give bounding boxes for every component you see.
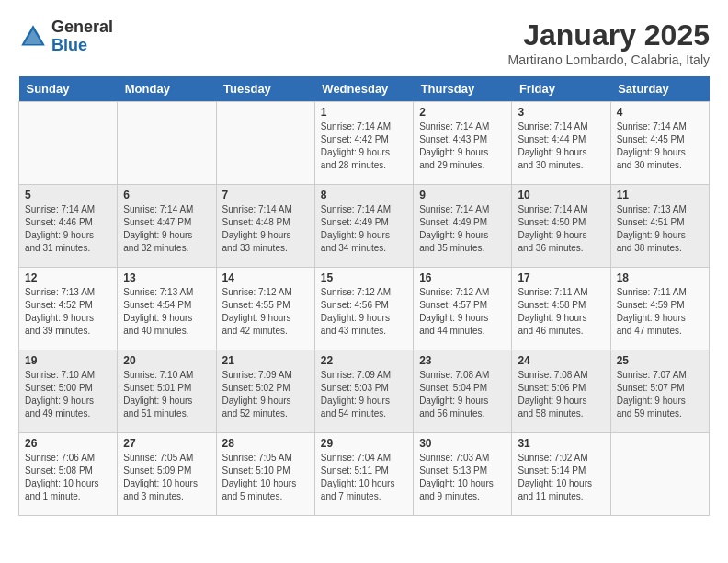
day-info: Sunrise: 7:02 AM Sunset: 5:14 PM Dayligh…	[518, 452, 604, 503]
calendar-cell: 5Sunrise: 7:14 AM Sunset: 4:46 PM Daylig…	[19, 185, 118, 268]
day-info: Sunrise: 7:08 AM Sunset: 5:04 PM Dayligh…	[419, 369, 506, 420]
day-number: 9	[419, 189, 506, 201]
calendar-cell: 26Sunrise: 7:06 AM Sunset: 5:08 PM Dayli…	[19, 433, 118, 516]
calendar-cell: 16Sunrise: 7:12 AM Sunset: 4:57 PM Dayli…	[414, 268, 512, 350]
day-info: Sunrise: 7:14 AM Sunset: 4:48 PM Dayligh…	[222, 203, 309, 255]
day-number: 20	[123, 354, 210, 367]
week-row-2: 5Sunrise: 7:14 AM Sunset: 4:46 PM Daylig…	[19, 185, 710, 268]
day-info: Sunrise: 7:09 AM Sunset: 5:03 PM Dayligh…	[321, 369, 407, 420]
calendar-cell: 4Sunrise: 7:14 AM Sunset: 4:45 PM Daylig…	[610, 102, 709, 185]
calendar-cell: 11Sunrise: 7:13 AM Sunset: 4:51 PM Dayli…	[610, 185, 709, 268]
calendar-cell: 25Sunrise: 7:07 AM Sunset: 5:07 PM Dayli…	[610, 350, 709, 433]
day-number: 31	[518, 437, 604, 450]
header-cell-saturday: Saturday	[610, 76, 709, 102]
header-row: SundayMondayTuesdayWednesdayThursdayFrid…	[19, 76, 710, 102]
day-number: 6	[123, 189, 210, 201]
day-info: Sunrise: 7:05 AM Sunset: 5:10 PM Dayligh…	[222, 452, 309, 503]
day-info: Sunrise: 7:14 AM Sunset: 4:47 PM Dayligh…	[123, 203, 210, 255]
day-info: Sunrise: 7:14 AM Sunset: 4:49 PM Dayligh…	[419, 203, 506, 255]
week-row-1: 1Sunrise: 7:14 AM Sunset: 4:42 PM Daylig…	[19, 102, 710, 185]
calendar-cell: 31Sunrise: 7:02 AM Sunset: 5:14 PM Dayli…	[512, 433, 610, 516]
day-number: 18	[617, 271, 703, 284]
calendar-cell: 19Sunrise: 7:10 AM Sunset: 5:00 PM Dayli…	[19, 350, 118, 433]
day-info: Sunrise: 7:09 AM Sunset: 5:02 PM Dayligh…	[222, 369, 309, 420]
title-block: January 2025 Martirano Lombardo, Calabri…	[508, 18, 710, 67]
day-number: 28	[222, 437, 309, 450]
calendar-cell: 1Sunrise: 7:14 AM Sunset: 4:42 PM Daylig…	[314, 102, 413, 185]
day-number: 30	[419, 437, 506, 450]
day-number: 5	[25, 189, 111, 201]
day-info: Sunrise: 7:13 AM Sunset: 4:52 PM Dayligh…	[25, 286, 111, 338]
calendar-cell: 6Sunrise: 7:14 AM Sunset: 4:47 PM Daylig…	[118, 185, 216, 268]
month-title: January 2025	[508, 18, 710, 52]
day-number: 19	[25, 354, 111, 367]
logo-general-text: General	[51, 18, 113, 37]
calendar-cell	[118, 102, 216, 185]
week-row-4: 19Sunrise: 7:10 AM Sunset: 5:00 PM Dayli…	[19, 350, 710, 433]
header-cell-thursday: Thursday	[414, 76, 512, 102]
day-number: 12	[25, 271, 111, 284]
calendar-cell: 22Sunrise: 7:09 AM Sunset: 5:03 PM Dayli…	[314, 350, 413, 433]
day-info: Sunrise: 7:12 AM Sunset: 4:56 PM Dayligh…	[321, 286, 407, 338]
day-info: Sunrise: 7:07 AM Sunset: 5:07 PM Dayligh…	[617, 369, 703, 420]
day-number: 11	[617, 189, 703, 201]
header-cell-wednesday: Wednesday	[314, 76, 413, 102]
calendar-cell: 18Sunrise: 7:11 AM Sunset: 4:59 PM Dayli…	[610, 268, 709, 350]
day-info: Sunrise: 7:11 AM Sunset: 4:59 PM Dayligh…	[617, 286, 703, 338]
calendar-cell: 27Sunrise: 7:05 AM Sunset: 5:09 PM Dayli…	[118, 433, 216, 516]
week-row-5: 26Sunrise: 7:06 AM Sunset: 5:08 PM Dayli…	[19, 433, 710, 516]
day-info: Sunrise: 7:10 AM Sunset: 5:00 PM Dayligh…	[25, 369, 111, 420]
day-number: 16	[419, 271, 506, 284]
calendar-cell: 13Sunrise: 7:13 AM Sunset: 4:54 PM Dayli…	[118, 268, 216, 350]
logo-icon	[18, 22, 48, 52]
day-info: Sunrise: 7:05 AM Sunset: 5:09 PM Dayligh…	[123, 452, 210, 503]
calendar-cell: 20Sunrise: 7:10 AM Sunset: 5:01 PM Dayli…	[118, 350, 216, 433]
calendar-cell: 8Sunrise: 7:14 AM Sunset: 4:49 PM Daylig…	[314, 185, 413, 268]
day-info: Sunrise: 7:13 AM Sunset: 4:54 PM Dayligh…	[123, 286, 210, 338]
calendar-cell	[19, 102, 118, 185]
day-number: 14	[222, 271, 309, 284]
day-number: 26	[25, 437, 111, 450]
day-number: 4	[617, 106, 703, 119]
calendar-cell: 14Sunrise: 7:12 AM Sunset: 4:55 PM Dayli…	[216, 268, 314, 350]
calendar-cell: 12Sunrise: 7:13 AM Sunset: 4:52 PM Dayli…	[19, 268, 118, 350]
day-number: 2	[419, 106, 506, 119]
location: Martirano Lombardo, Calabria, Italy	[508, 52, 710, 67]
page-header: General Blue January 2025 Martirano Lomb…	[18, 18, 710, 67]
calendar-cell: 10Sunrise: 7:14 AM Sunset: 4:50 PM Dayli…	[512, 185, 610, 268]
day-info: Sunrise: 7:03 AM Sunset: 5:13 PM Dayligh…	[419, 452, 506, 503]
day-number: 29	[321, 437, 407, 450]
day-info: Sunrise: 7:14 AM Sunset: 4:46 PM Dayligh…	[25, 203, 111, 255]
day-info: Sunrise: 7:14 AM Sunset: 4:43 PM Dayligh…	[419, 121, 506, 172]
day-info: Sunrise: 7:08 AM Sunset: 5:06 PM Dayligh…	[518, 369, 604, 420]
calendar-cell: 7Sunrise: 7:14 AM Sunset: 4:48 PM Daylig…	[216, 185, 314, 268]
day-info: Sunrise: 7:14 AM Sunset: 4:42 PM Dayligh…	[321, 121, 407, 172]
calendar-cell: 17Sunrise: 7:11 AM Sunset: 4:58 PM Dayli…	[512, 268, 610, 350]
day-number: 17	[518, 271, 604, 284]
day-info: Sunrise: 7:10 AM Sunset: 5:01 PM Dayligh…	[123, 369, 210, 420]
header-cell-monday: Monday	[118, 76, 216, 102]
day-info: Sunrise: 7:06 AM Sunset: 5:08 PM Dayligh…	[25, 452, 111, 503]
calendar-cell: 21Sunrise: 7:09 AM Sunset: 5:02 PM Dayli…	[216, 350, 314, 433]
day-info: Sunrise: 7:12 AM Sunset: 4:57 PM Dayligh…	[419, 286, 506, 338]
calendar-cell: 2Sunrise: 7:14 AM Sunset: 4:43 PM Daylig…	[414, 102, 512, 185]
day-number: 1	[321, 106, 407, 119]
calendar-cell: 15Sunrise: 7:12 AM Sunset: 4:56 PM Dayli…	[314, 268, 413, 350]
calendar-cell: 23Sunrise: 7:08 AM Sunset: 5:04 PM Dayli…	[414, 350, 512, 433]
day-number: 21	[222, 354, 309, 367]
calendar-cell: 30Sunrise: 7:03 AM Sunset: 5:13 PM Dayli…	[414, 433, 512, 516]
day-info: Sunrise: 7:12 AM Sunset: 4:55 PM Dayligh…	[222, 286, 309, 338]
day-info: Sunrise: 7:13 AM Sunset: 4:51 PM Dayligh…	[617, 203, 703, 255]
logo-blue-text: Blue	[51, 37, 113, 55]
day-number: 7	[222, 189, 309, 201]
calendar-cell: 29Sunrise: 7:04 AM Sunset: 5:11 PM Dayli…	[314, 433, 413, 516]
day-number: 24	[518, 354, 604, 367]
day-number: 13	[123, 271, 210, 284]
day-number: 15	[321, 271, 407, 284]
week-row-3: 12Sunrise: 7:13 AM Sunset: 4:52 PM Dayli…	[19, 268, 710, 350]
day-number: 10	[518, 189, 604, 201]
calendar-cell: 24Sunrise: 7:08 AM Sunset: 5:06 PM Dayli…	[512, 350, 610, 433]
calendar-cell: 28Sunrise: 7:05 AM Sunset: 5:10 PM Dayli…	[216, 433, 314, 516]
calendar-cell	[610, 433, 709, 516]
day-info: Sunrise: 7:14 AM Sunset: 4:44 PM Dayligh…	[518, 121, 604, 172]
